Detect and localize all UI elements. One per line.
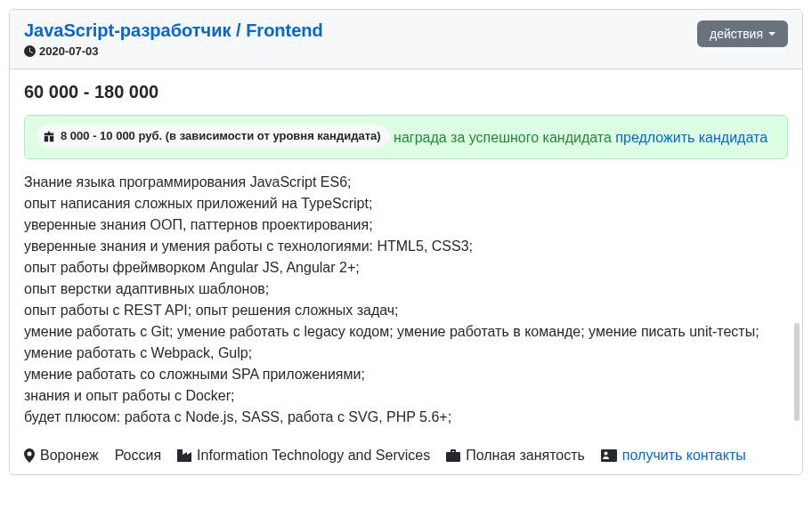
country-value: Россия <box>115 448 161 464</box>
get-contacts-link[interactable]: получить контакты <box>622 448 746 464</box>
actions-label: действия <box>710 27 763 41</box>
vacancy-title-link[interactable]: JavaScript-разработчик / Frontend <box>24 20 323 41</box>
industry-icon <box>177 449 191 462</box>
reward-amount-badge: 8 000 - 10 000 руб. (в зависимости от ур… <box>37 125 390 148</box>
address-card-icon <box>601 449 617 462</box>
date-value: 2020-07-03 <box>39 44 99 58</box>
card-body: 60 000 - 180 000 8 000 - 10 000 руб. (в … <box>10 69 802 437</box>
contacts-item: получить контакты <box>601 448 746 464</box>
location-item: Воронеж <box>24 448 99 464</box>
desc-line: умение работать с Git; умение работать с… <box>24 321 788 343</box>
card-header: JavaScript-разработчик / Frontend 2020-0… <box>10 10 802 69</box>
employment-value: Полная занятость <box>466 448 585 464</box>
reward-label: награда за успешного кандидата <box>394 130 612 145</box>
briefcase-icon <box>446 449 460 462</box>
salary-range: 60 000 - 180 000 <box>24 82 788 102</box>
scrollbar[interactable] <box>794 323 800 421</box>
desc-line: опыт работы с REST API; опыт решения сло… <box>24 300 788 321</box>
clock-icon <box>24 45 36 57</box>
desc-line: умение работать с Webpack, Gulp; <box>24 343 788 364</box>
desc-line: опыт работы фреймворком Angular JS, Angu… <box>24 257 788 279</box>
desc-line: умение работать со сложными SPA приложен… <box>24 364 788 385</box>
reward-bar: 8 000 - 10 000 руб. (в зависимости от ур… <box>24 115 788 159</box>
industry-item: Information Technology and Services <box>177 448 430 464</box>
description: Знание языка программирования JavaScript… <box>24 172 788 428</box>
gift-icon <box>43 130 55 142</box>
map-marker-icon <box>24 448 35 463</box>
desc-line: опыт написания сложных приложений на Typ… <box>24 193 788 214</box>
chevron-down-icon <box>768 32 775 36</box>
employment-item: Полная занятость <box>446 448 585 464</box>
desc-line: знания и опыт работы с Docker; <box>24 385 788 407</box>
country-item: Россия <box>115 448 161 464</box>
desc-line: будет плюсом: работа с Node.js, SASS, ра… <box>24 407 788 428</box>
reward-amount-text: 8 000 - 10 000 руб. (в зависимости от ур… <box>61 126 381 146</box>
desc-line: уверенные знания и умения работы с техно… <box>24 236 788 257</box>
desc-line: опыт верстки адаптивных шаблонов; <box>24 279 788 300</box>
location-value: Воронеж <box>40 448 99 464</box>
vacancy-card: JavaScript-разработчик / Frontend 2020-0… <box>9 9 803 475</box>
industry-value: Information Technology and Services <box>197 448 430 464</box>
suggest-candidate-link[interactable]: предложить кандидата <box>615 130 767 145</box>
card-footer: Воронеж Россия Information Technology an… <box>10 437 802 474</box>
date-line: 2020-07-03 <box>24 44 697 58</box>
desc-line: уверенные знания ООП, паттернов проектир… <box>24 214 788 236</box>
actions-button[interactable]: действия <box>697 20 788 47</box>
desc-line: Знание языка программирования JavaScript… <box>24 172 788 193</box>
header-left: JavaScript-разработчик / Frontend 2020-0… <box>24 20 697 58</box>
